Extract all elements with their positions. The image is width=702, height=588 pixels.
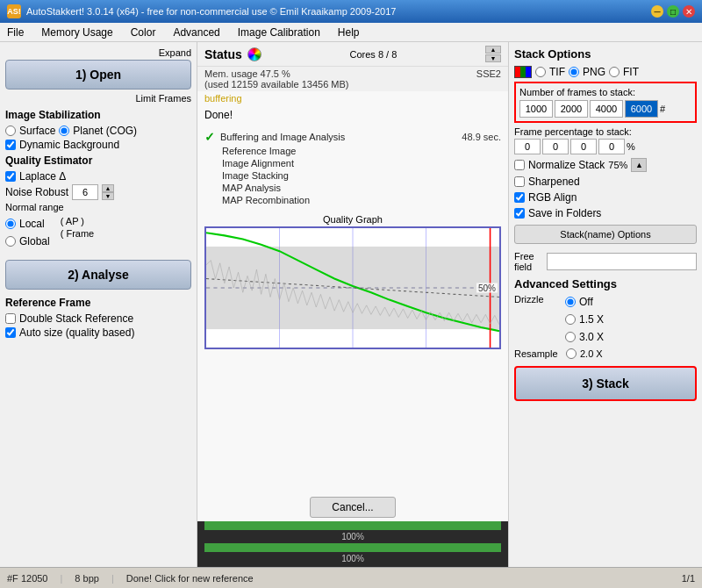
check-icon-0: ✓ <box>204 130 215 144</box>
normalize-row: Normalize Stack 75% ▲ <box>514 158 697 172</box>
normalize-checkbox[interactable] <box>514 160 525 170</box>
save-folders-checkbox[interactable] <box>514 208 525 219</box>
drizzle-label: Drizzle <box>514 294 558 305</box>
pct-input-3[interactable] <box>598 139 625 154</box>
surface-label: Surface <box>19 125 55 137</box>
progress-list: ✓ Buffering and Image Analysis 48.9 sec.… <box>197 125 508 211</box>
limit-frames-link[interactable]: Limit Frames <box>135 93 191 104</box>
noise-input[interactable] <box>72 184 98 200</box>
noise-label: Noise Robust <box>5 186 68 198</box>
status-bar: #F 12050 | 8 bpp | Done! Click for new r… <box>0 567 702 588</box>
normalize-arrow-button[interactable]: ▲ <box>631 158 647 172</box>
sse-label: SSE2 <box>476 68 501 79</box>
menu-help[interactable]: Help <box>334 25 363 39</box>
resample-label: Resample <box>514 348 562 359</box>
local-radio[interactable] <box>5 219 16 229</box>
scope-right: ( AP ) ( Frame <box>61 216 95 249</box>
save-folders-row: Save in Folders <box>514 207 697 219</box>
status-message: Done! Click for new reference <box>126 573 254 584</box>
laplace-row: Laplace Δ <box>5 170 191 183</box>
pct-input-2[interactable] <box>570 139 597 154</box>
graph-container: Quality Graph <box>197 211 508 493</box>
close-button[interactable]: ✕ <box>683 5 695 18</box>
progress-item-0: ✓ Buffering and Image Analysis 48.9 sec. <box>204 130 501 144</box>
cancel-button[interactable]: Cancel... <box>310 497 395 518</box>
png-radio[interactable] <box>569 67 579 77</box>
fit-radio[interactable] <box>609 67 620 77</box>
resample-value: 2.0 X <box>580 348 603 359</box>
pct-input-0[interactable] <box>514 139 541 154</box>
drizzle-1-5-label: 1.5 X <box>579 313 604 326</box>
global-label: Global <box>19 235 50 247</box>
sharpened-label: Sharpened <box>528 176 580 188</box>
dynamic-bg-checkbox[interactable] <box>5 140 16 150</box>
sse-row: Mem. usage 47.5 % SSE2 <box>204 68 501 79</box>
expand-row: Expand <box>5 47 191 58</box>
menu-bar: File Memory Usage Color Advanced Image C… <box>0 23 702 42</box>
analyse-button[interactable]: 2) Analyse <box>5 260 191 290</box>
noise-up-button[interactable]: ▲ <box>102 184 114 192</box>
frame-input-1[interactable] <box>555 100 588 118</box>
rgb-align-checkbox[interactable] <box>514 192 525 203</box>
drizzle-off-radio[interactable] <box>565 297 576 307</box>
status-title-area: Status <box>204 47 261 61</box>
normalize-label: Normalize Stack <box>528 159 605 171</box>
frame-input-3[interactable] <box>625 100 658 118</box>
nav-up-button[interactable]: ▲ <box>485 46 501 54</box>
drizzle-3-radio[interactable] <box>565 332 576 342</box>
sharpened-checkbox[interactable] <box>514 176 525 187</box>
save-folders-label: Save in Folders <box>528 207 601 219</box>
drizzle-1-5-radio[interactable] <box>565 314 576 325</box>
laplace-checkbox[interactable] <box>5 171 16 182</box>
planet-radio[interactable] <box>59 125 69 136</box>
frame-counter: #F 12050 <box>7 573 47 584</box>
surface-radio[interactable] <box>5 125 16 136</box>
hash-label: # <box>660 104 665 114</box>
mem-detail-label: (used 12159 available 13456 MB) <box>204 79 501 90</box>
noise-row: Noise Robust ▲ ▼ <box>5 184 191 200</box>
cores-label: Cores 8 / 8 <box>349 49 397 60</box>
menu-memory-usage[interactable]: Memory Usage <box>38 25 116 39</box>
title-left: AS! AutoStakkert! 3.0.14 (x64) - free fo… <box>7 4 396 18</box>
pct-input-1[interactable] <box>542 139 569 154</box>
menu-image-calibration[interactable]: Image Calibration <box>234 25 324 39</box>
expand-link[interactable]: Expand <box>159 47 191 58</box>
double-stack-checkbox[interactable] <box>5 313 16 324</box>
window-controls: ─ □ ✕ <box>651 5 695 18</box>
local-radio-row: Local <box>5 218 50 230</box>
pct-section: Frame percentage to stack: % <box>514 126 697 154</box>
laplace-label: Laplace Δ <box>19 170 66 183</box>
status-header: Status Cores 8 / 8 ▲ ▼ <box>197 42 508 67</box>
noise-down-button[interactable]: ▼ <box>102 192 114 200</box>
open-button[interactable]: 1) Open <box>5 60 191 90</box>
maximize-button[interactable]: □ <box>667 5 679 18</box>
drizzle-off-label: Off <box>579 296 593 308</box>
frame-input-0[interactable] <box>519 100 553 118</box>
frame-input-2[interactable] <box>590 100 623 118</box>
progress-bar-1 <box>204 521 501 530</box>
drizzle-3-row: 3.0 X <box>565 331 604 343</box>
resample-radio[interactable] <box>566 348 577 359</box>
status-label: Status <box>204 47 242 61</box>
progress-label-3: Image Stacking <box>222 170 289 181</box>
tif-radio[interactable] <box>535 67 546 77</box>
stack-name-button[interactable]: Stack(name) Options <box>514 225 697 244</box>
color-bar-icon <box>514 66 532 78</box>
auto-size-checkbox[interactable] <box>5 327 16 338</box>
menu-color[interactable]: Color <box>127 25 160 39</box>
global-radio[interactable] <box>5 236 16 247</box>
local-label: Local <box>19 218 45 230</box>
progress-item-2: Image Alignment <box>204 158 501 169</box>
minimize-button[interactable]: ─ <box>651 5 663 18</box>
menu-advanced[interactable]: Advanced <box>169 25 223 39</box>
fit-label: FIT <box>623 66 639 78</box>
free-field-input[interactable] <box>547 253 697 270</box>
progress-label-1: Reference Image <box>222 146 296 156</box>
stack-button[interactable]: 3) Stack <box>514 366 697 401</box>
graph-title: Quality Graph <box>204 214 501 225</box>
reference-frame-title: Reference Frame <box>5 297 191 309</box>
nav-down-button[interactable]: ▼ <box>485 54 501 62</box>
graph-area: 50% <box>204 226 501 349</box>
stack-options-title: Stack Options <box>514 47 697 61</box>
menu-file[interactable]: File <box>4 25 27 39</box>
